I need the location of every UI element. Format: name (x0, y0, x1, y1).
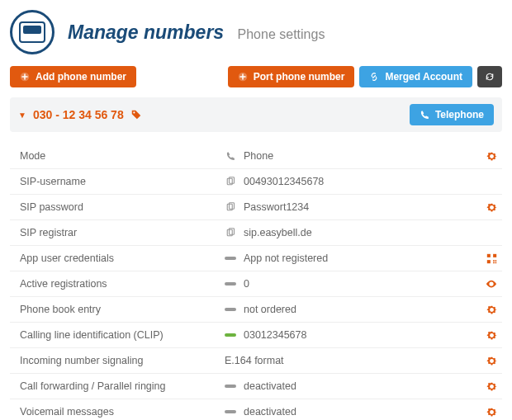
refresh-button[interactable] (477, 66, 502, 87)
svg-rect-16 (495, 260, 496, 262)
svg-rect-19 (225, 333, 236, 337)
row-value: 0 (244, 278, 249, 290)
row-value: 00493012345678 (244, 176, 324, 187)
eye-icon[interactable] (486, 278, 497, 290)
tag-icon[interactable] (130, 109, 142, 120)
copy-icon[interactable] (225, 227, 236, 238)
row-label: Voicemail messages (20, 406, 225, 418)
add-phone-label: Add phone number (36, 71, 126, 83)
dash-icon (225, 380, 236, 392)
row-value: sip.easybell.de (244, 227, 312, 238)
link-icon (369, 72, 379, 82)
row-value: 03012345678 (244, 329, 306, 341)
row-value-wrap: 0 (225, 278, 486, 290)
dash-icon (225, 278, 236, 290)
merged-account-label: Merged Account (385, 71, 462, 83)
dash-icon (225, 252, 236, 264)
row-value-wrap: App not registered (225, 252, 486, 264)
row-label: SIP password (20, 201, 225, 213)
settings-row-phone_book: Phone book entrynot ordered (10, 297, 502, 323)
row-label: Incoming number signaling (20, 355, 225, 366)
gear-icon[interactable] (486, 150, 497, 162)
telephone-button[interactable]: Telephone (410, 104, 494, 125)
settings-row-incoming_sig: Incoming number signalingE.164 format (10, 348, 502, 374)
port-phone-label: Port phone number (254, 71, 345, 83)
gear-icon[interactable] (486, 380, 497, 392)
row-label: Active registrations (20, 278, 225, 290)
port-phone-number-button[interactable]: Port phone number (228, 66, 355, 87)
settings-row-sip_registrar: SIP registrarsip.easybell.de (10, 220, 502, 246)
row-label: Phone book entry (20, 304, 225, 315)
dash-icon (225, 304, 236, 315)
row-label: Calling line identification (CLIP) (20, 329, 225, 341)
telephone-label: Telephone (435, 109, 484, 120)
phone-number-bar: ▼ 030 - 12 34 56 78 Telephone (10, 97, 502, 132)
settings-row-cli: Calling line identification (CLIP)030123… (10, 323, 502, 348)
row-value-wrap: E.164 format (225, 355, 486, 366)
row-value: E.164 format (225, 355, 284, 366)
settings-row-app_user_cred: App user credentialsApp not registered (10, 246, 502, 271)
gear-icon[interactable] (486, 304, 497, 315)
app-logo (10, 10, 55, 54)
page-header: Manage numbers Phone settings (10, 10, 502, 54)
row-value: Phone (244, 150, 273, 162)
gear-icon[interactable] (486, 329, 497, 341)
settings-row-voicemail: Voicemail messagesdeactivated (10, 399, 502, 420)
row-value: not ordered (244, 304, 296, 315)
row-value: deactivated (244, 380, 296, 392)
dash-icon (225, 329, 236, 341)
dash-icon (225, 406, 236, 418)
settings-row-call_fwd: Call forwarding / Parallel ringingdeacti… (10, 374, 502, 399)
merged-account-button[interactable]: Merged Account (359, 66, 472, 87)
qr-icon[interactable] (486, 252, 497, 264)
settings-row-sip_username: SIP-username00493012345678 (10, 169, 502, 195)
row-value-wrap: 00493012345678 (225, 176, 497, 187)
settings-table: ModePhoneSIP-username00493012345678SIP p… (10, 144, 502, 420)
refresh-icon (485, 72, 495, 82)
svg-rect-21 (225, 410, 236, 413)
row-label: App user credentials (20, 252, 225, 264)
gear-icon[interactable] (486, 355, 497, 366)
svg-rect-10 (486, 253, 490, 257)
page-title-text: Manage numbers (68, 21, 224, 43)
row-value: App not registered (244, 252, 328, 264)
row-value: Passwort1234 (244, 201, 309, 213)
svg-rect-13 (493, 260, 495, 262)
svg-rect-17 (225, 282, 236, 286)
row-value-wrap: sip.easybell.de (225, 227, 497, 238)
row-value-wrap: not ordered (225, 304, 486, 315)
settings-row-sip_password: SIP passwordPasswort1234 (10, 195, 502, 220)
row-value-wrap: deactivated (225, 406, 486, 418)
svg-rect-18 (225, 308, 236, 311)
chevron-down-icon[interactable]: ▼ (18, 111, 26, 120)
svg-point-2 (133, 111, 135, 113)
svg-rect-9 (225, 257, 236, 260)
row-label: SIP-username (20, 176, 225, 187)
settings-row-mode: ModePhone (10, 144, 502, 169)
add-phone-number-button[interactable]: Add phone number (10, 66, 136, 87)
row-label: SIP registrar (20, 227, 225, 238)
row-value-wrap: Phone (225, 150, 486, 162)
copy-icon[interactable] (225, 176, 236, 187)
page-title: Manage numbers Phone settings (68, 21, 325, 44)
action-bar: Add phone number Port phone number Merge… (10, 66, 502, 87)
phone-handset-icon (225, 150, 236, 162)
settings-row-active_reg: Active registrations0 (10, 271, 502, 297)
gear-icon[interactable] (486, 201, 497, 213)
svg-rect-11 (493, 253, 496, 257)
row-value: deactivated (244, 406, 296, 418)
phone-icon (420, 110, 429, 120)
gear-icon[interactable] (486, 406, 497, 418)
svg-rect-15 (493, 262, 495, 263)
row-value-wrap: 03012345678 (225, 329, 486, 341)
phone-number-display[interactable]: 030 - 12 34 56 78 (33, 108, 124, 121)
row-label: Mode (20, 150, 225, 162)
row-label: Call forwarding / Parallel ringing (20, 380, 225, 392)
svg-rect-20 (225, 385, 236, 388)
svg-rect-12 (486, 260, 490, 263)
copy-icon[interactable] (225, 201, 236, 213)
page-subtitle: Phone settings (238, 27, 325, 41)
plus-icon (20, 72, 30, 82)
svg-rect-14 (495, 262, 496, 263)
plus-icon (238, 72, 248, 82)
